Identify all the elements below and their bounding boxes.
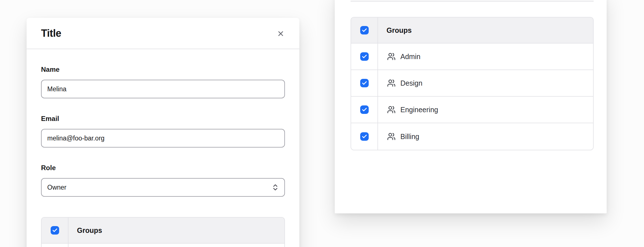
- row-label: Billing: [400, 133, 419, 141]
- check-icon: [362, 107, 367, 112]
- modal-header: Title: [27, 18, 299, 49]
- check-icon: [362, 134, 367, 139]
- row-checkbox[interactable]: [360, 132, 369, 141]
- cutoff-element-edge: [351, 1, 594, 1]
- check-icon: [52, 227, 58, 233]
- select-all-checkbox[interactable]: [51, 226, 59, 235]
- row-label: Design: [400, 79, 422, 87]
- row-checkbox[interactable]: [360, 52, 369, 61]
- edit-user-modal: Title Name Email Role Owner: [27, 18, 299, 247]
- chevrons-up-down-icon: [271, 183, 279, 191]
- table-row-engineering[interactable]: Engineering: [351, 97, 593, 123]
- row-checkbox[interactable]: [360, 105, 369, 114]
- table-row-admin[interactable]: Admin: [351, 44, 593, 70]
- groups-panel: Groups Admin: [335, 0, 607, 213]
- row-label: Admin: [400, 53, 420, 61]
- close-button[interactable]: [274, 27, 287, 40]
- role-select[interactable]: Owner: [41, 178, 285, 197]
- modal-body: Name Email Role Owner: [27, 66, 299, 247]
- name-label: Name: [41, 66, 285, 73]
- table-row-billing[interactable]: Billing: [351, 123, 593, 150]
- role-select-value: Owner: [47, 184, 66, 191]
- x-icon: [277, 30, 285, 38]
- users-icon: [387, 52, 396, 61]
- check-icon: [362, 27, 367, 33]
- email-label: Email: [41, 115, 285, 123]
- panel-groups-table-header: Groups: [351, 18, 593, 44]
- users-icon: [387, 105, 396, 114]
- modal-groups-table-header: Groups: [42, 218, 284, 244]
- users-icon: [387, 79, 396, 87]
- email-input[interactable]: [41, 129, 285, 148]
- check-icon: [362, 54, 367, 59]
- screen: Title Name Email Role Owner: [0, 0, 644, 247]
- table-row-design[interactable]: Design: [351, 70, 593, 97]
- select-all-cell: [42, 218, 68, 243]
- row-label: Engineering: [400, 106, 438, 114]
- users-icon: [387, 132, 396, 141]
- panel-groups-table: Groups Admin: [351, 17, 594, 150]
- check-icon: [362, 80, 367, 86]
- row-checkbox[interactable]: [360, 79, 369, 87]
- modal-groups-table: Groups: [41, 217, 285, 247]
- modal-groups-header-label: Groups: [68, 218, 102, 243]
- panel-groups-header-label: Groups: [378, 18, 412, 43]
- select-all-cell: [351, 18, 378, 43]
- modal-title: Title: [41, 27, 61, 39]
- name-input[interactable]: [41, 80, 285, 98]
- table-row[interactable]: [42, 244, 284, 247]
- role-label: Role: [41, 164, 285, 172]
- select-all-checkbox[interactable]: [360, 26, 369, 34]
